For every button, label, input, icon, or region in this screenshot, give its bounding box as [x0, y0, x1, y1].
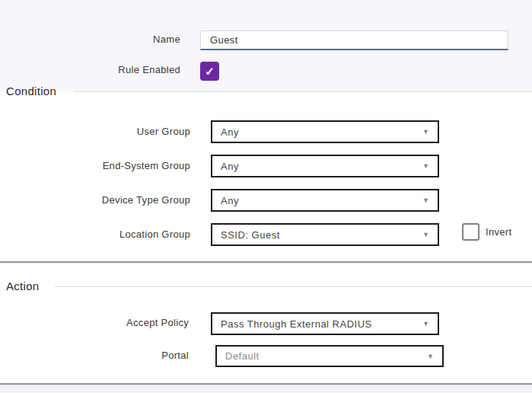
rule-enabled-checkbox[interactable]: ✓: [200, 62, 219, 81]
location-group-dropdown[interactable]: SSID: Guest ▼: [211, 223, 439, 246]
action-section-title: Action: [6, 280, 40, 292]
rule-enabled-label: Rule Enabled: [0, 64, 180, 76]
user-group-label: User Group: [0, 126, 190, 138]
end-system-group-dropdown[interactable]: Any ▼: [211, 155, 439, 177]
end-system-group-label: End-System Group: [0, 160, 190, 172]
name-input[interactable]: Guest: [200, 30, 508, 50]
chevron-down-icon: ▼: [422, 128, 429, 136]
condition-legend-line: [74, 91, 532, 92]
chevron-down-icon: ▼: [422, 196, 429, 204]
name-label: Name: [0, 34, 180, 46]
rule-editor-form: Name Guest Rule Enabled ✓ Condition User…: [0, 0, 532, 393]
location-group-label: Location Group: [0, 228, 190, 241]
bottom-background-strip: [0, 385, 532, 393]
portal-label: Portal: [0, 350, 189, 362]
user-group-dropdown[interactable]: Any ▼: [211, 120, 439, 143]
section-divider: [0, 261, 532, 264]
end-system-group-value: Any: [221, 161, 239, 172]
invert-label: Invert: [486, 226, 511, 238]
portal-dropdown[interactable]: Default ▼: [215, 345, 444, 367]
checkmark-icon: ✓: [205, 65, 215, 78]
chevron-down-icon: ▼: [427, 353, 434, 360]
device-type-group-dropdown[interactable]: Any ▼: [211, 189, 439, 212]
chevron-down-icon: ▼: [422, 162, 429, 170]
condition-section-title: Condition: [6, 85, 56, 97]
user-group-value: Any: [221, 126, 239, 138]
device-type-group-value: Any: [221, 195, 239, 206]
location-group-value: SSID: Guest: [221, 229, 280, 241]
action-legend-line: [55, 286, 532, 287]
accept-policy-dropdown[interactable]: Pass Through External RADIUS ▼: [211, 312, 439, 335]
chevron-down-icon: ▼: [422, 231, 429, 238]
device-type-group-label: Device Type Group: [0, 194, 190, 206]
accept-policy-label: Accept Policy: [0, 317, 189, 329]
invert-checkbox[interactable]: [462, 223, 479, 241]
portal-value: Default: [225, 350, 260, 362]
chevron-down-icon: ▼: [422, 320, 429, 328]
accept-policy-value: Pass Through External RADIUS: [221, 318, 372, 330]
